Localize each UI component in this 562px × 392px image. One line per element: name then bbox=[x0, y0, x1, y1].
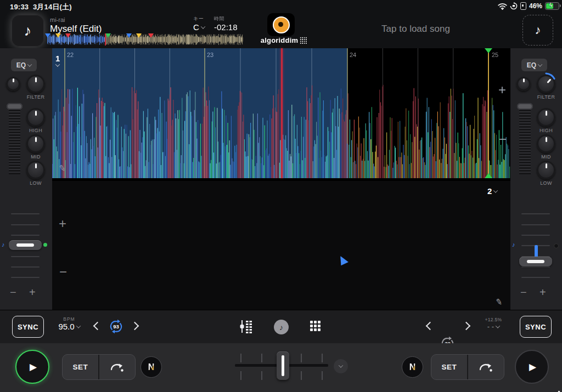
status-lock-icon bbox=[520, 2, 526, 10]
high-label: HIGH bbox=[19, 128, 52, 133]
left-tempo-plus-button[interactable]: + bbox=[29, 286, 36, 299]
deck1-number-selector[interactable]: 1 bbox=[55, 54, 60, 67]
chevron-down-icon bbox=[339, 363, 343, 367]
high-label: HIGH bbox=[530, 128, 562, 133]
right-tempo-slider-handle[interactable] bbox=[519, 257, 552, 266]
right-mixer-panel: EQ FILTER HIGH MID LOW ♪ − + bbox=[510, 48, 562, 310]
left-volume-fader-track[interactable] bbox=[9, 109, 20, 174]
right-tempo-plus-button[interactable]: + bbox=[539, 286, 546, 299]
filter-label: FILTER bbox=[19, 94, 52, 100]
deck1-loop-button[interactable]: 93 bbox=[108, 318, 125, 335]
hot-cue-marker[interactable] bbox=[148, 33, 154, 38]
hot-cue-marker[interactable] bbox=[65, 33, 71, 38]
music-note-icon: ♪ bbox=[279, 323, 283, 332]
neural-mix-icon: N bbox=[409, 362, 416, 372]
deck1-artist: mi-rai bbox=[50, 16, 65, 23]
eq-button-label: EQ bbox=[527, 61, 536, 69]
key-value: C bbox=[193, 22, 199, 32]
deck1-set-cue-button[interactable]: SET bbox=[63, 355, 98, 379]
deck1-play-button[interactable]: ▶ bbox=[15, 350, 49, 384]
key-display[interactable]: キー C bbox=[193, 15, 205, 32]
right-volume-fader-handle[interactable] bbox=[517, 103, 533, 110]
status-icons: 46% ϟ bbox=[498, 2, 559, 10]
left-volume-fader-handle[interactable] bbox=[7, 103, 23, 110]
crossfader-handle[interactable] bbox=[277, 351, 289, 380]
deck2-zoom-out-button[interactable]: − bbox=[59, 264, 67, 280]
left-tempo-slider-handle[interactable] bbox=[9, 240, 42, 250]
left-tempo-minus-button[interactable]: − bbox=[10, 286, 16, 299]
deck2-neural-mix-button[interactable]: N bbox=[402, 356, 423, 378]
overview-waveform[interactable] bbox=[47, 34, 243, 45]
status-date: 3月14日(土) bbox=[33, 3, 72, 11]
right-volume-fader-track[interactable] bbox=[519, 109, 531, 174]
pitch-value: - - bbox=[487, 322, 494, 331]
overview-playhead bbox=[105, 33, 106, 46]
loop-end-marker-line[interactable] bbox=[488, 48, 489, 178]
deck2-loop-increase-chevron[interactable] bbox=[462, 322, 471, 331]
chevron-down-icon bbox=[496, 323, 500, 328]
deck2-zoom-in-button[interactable]: + bbox=[59, 216, 66, 231]
chevron-down-icon bbox=[201, 24, 205, 29]
deck1-loop-decrease-chevron[interactable] bbox=[93, 322, 102, 331]
left-mid-knob[interactable] bbox=[26, 134, 45, 153]
deck1-loop-increase-chevron[interactable] bbox=[131, 322, 139, 331]
hot-cue-marker[interactable] bbox=[105, 33, 111, 38]
deck2-waveform-view[interactable]: 2 + − ✎ bbox=[52, 181, 510, 310]
deck1-album-art[interactable]: ♪ bbox=[12, 15, 44, 47]
pads-grid-icon[interactable] bbox=[310, 321, 321, 331]
deck1-cue-group: SET bbox=[62, 354, 136, 380]
hot-cue-marker[interactable] bbox=[55, 33, 61, 38]
left-filter-knob[interactable] bbox=[26, 75, 45, 93]
deck1-zoom-out-button[interactable]: − bbox=[499, 132, 507, 147]
left-low-knob[interactable] bbox=[26, 161, 45, 179]
deck2-loop-decrease-chevron[interactable] bbox=[426, 322, 435, 331]
wifi-icon bbox=[498, 3, 507, 10]
time-label: 時間 bbox=[214, 15, 238, 22]
deck2-set-cue-button[interactable]: SET bbox=[431, 355, 467, 379]
header: 19:33 3月14日(土) 46% ϟ ♪ mi-rai Myself (Ed… bbox=[0, 0, 562, 48]
left-gain-knob[interactable] bbox=[6, 77, 20, 91]
right-gain-knob[interactable] bbox=[516, 77, 531, 91]
music-library-icon[interactable]: ♪ bbox=[274, 320, 289, 334]
deck1-jump-cue-button[interactable] bbox=[99, 355, 135, 379]
deck1-track-title[interactable]: Myself (Edit) bbox=[50, 24, 102, 35]
deck2-play-button[interactable]: ▶ bbox=[515, 350, 549, 384]
deck2-pitch-display[interactable]: +12.5% - - bbox=[476, 317, 510, 331]
left-eq-button[interactable]: EQ bbox=[11, 59, 37, 71]
bpm-label: BPM bbox=[54, 316, 85, 322]
deck1-sync-button[interactable]: SYNC bbox=[12, 316, 44, 338]
right-filter-knob[interactable] bbox=[537, 75, 555, 93]
loop-marker-triangle-top[interactable] bbox=[485, 48, 492, 53]
deck2-jump-cue-button[interactable] bbox=[468, 355, 504, 379]
deck2-number-selector[interactable]: 2 bbox=[487, 186, 497, 196]
deck2-edit-grid-pencil-icon[interactable]: ✎ bbox=[495, 297, 503, 308]
right-low-knob[interactable] bbox=[537, 161, 555, 179]
loop-length-value: 93 bbox=[113, 323, 119, 329]
right-eq-button[interactable]: EQ bbox=[521, 59, 547, 71]
deck2-sync-button[interactable]: SYNC bbox=[520, 316, 552, 338]
bar-number-label: 24 bbox=[350, 52, 356, 58]
time-display[interactable]: 時間 -02:18 bbox=[214, 15, 238, 32]
right-tempo-minus-button[interactable]: − bbox=[520, 286, 527, 299]
left-high-knob[interactable] bbox=[26, 108, 45, 127]
brand-text: algoriddim bbox=[261, 36, 298, 44]
pointer-cursor bbox=[339, 256, 349, 266]
mixer-panel-icon[interactable] bbox=[239, 319, 252, 334]
deck1-bpm-display[interactable]: BPM 95.0 bbox=[54, 316, 85, 331]
hot-cue-marker[interactable] bbox=[126, 33, 132, 38]
deck2-album-placeholder[interactable]: ♪ bbox=[522, 15, 553, 46]
deck1-edit-grid-pencil-icon[interactable]: ✎ bbox=[58, 163, 66, 174]
deck1-zoom-in-button[interactable]: + bbox=[498, 82, 506, 98]
loop-marker-triangle-bottom[interactable] bbox=[485, 173, 492, 178]
deck2-load-song-button[interactable]: Tap to load song bbox=[357, 24, 475, 35]
deck1-neural-mix-button[interactable]: N bbox=[140, 356, 162, 378]
right-high-knob[interactable] bbox=[537, 108, 555, 127]
neural-mix-icon: N bbox=[148, 362, 155, 372]
hot-cue-marker[interactable] bbox=[45, 33, 50, 38]
deck1-waveform-view[interactable]: 22232425 1 + − ✎ bbox=[52, 48, 510, 178]
right-mid-knob[interactable] bbox=[537, 134, 555, 153]
crossfader-options-button[interactable] bbox=[334, 359, 348, 373]
deck1-track-overview[interactable] bbox=[47, 34, 243, 45]
hot-cue-marker[interactable] bbox=[136, 33, 142, 38]
chevron-down-icon bbox=[76, 323, 80, 328]
